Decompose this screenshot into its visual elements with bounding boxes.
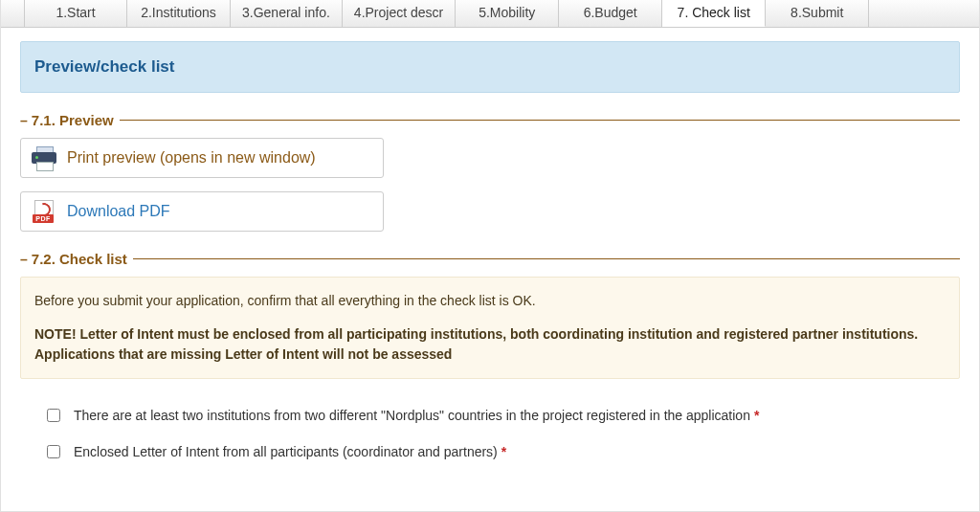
section-header: – 7.2. Check list [20,251,960,267]
tab-institutions[interactable]: 2.Institutions [127,0,231,27]
checklist-item-text: Enclosed Letter of Intent from all parti… [74,444,498,459]
tab-general-info[interactable]: 3.General info. [231,0,343,27]
section-checklist: – 7.2. Check list Before you submit your… [20,251,960,459]
tab-label: 6.Budget [584,5,637,20]
checklist-item: Enclosed Letter of Intent from all parti… [47,444,960,459]
tab-mobility[interactable]: 5.Mobility [456,0,559,27]
tab-label: 2.Institutions [141,5,216,20]
tab-bar: 1.Start 2.Institutions 3.General info. 4… [1,0,979,28]
tab-label: 7. Check list [678,5,750,20]
note-bold: NOTE! Letter of Intent must be enclosed … [34,324,946,365]
section-divider [120,120,960,121]
print-preview-label: Print preview (opens in new window) [67,149,316,167]
tab-start[interactable]: 1.Start [24,0,127,27]
section-divider [133,258,960,259]
section-header: – 7.1. Preview [20,112,960,128]
required-marker: * [501,444,506,459]
printer-icon [31,146,57,169]
note-intro: Before you submit your application, conf… [34,293,536,308]
checklist-note: Before you submit your application, conf… [20,277,960,379]
section-dash: – [20,252,28,267]
tab-label: 8.Submit [791,5,843,20]
pdf-icon: PDF [31,200,57,223]
tab-label: 3.General info. [242,5,330,20]
checklist-checkbox[interactable] [47,409,60,422]
section-title: 7.1. Preview [32,112,114,128]
checklist-item: There are at least two institutions from… [47,408,960,423]
tab-label: 1.Start [56,5,95,20]
checklist-checkbox[interactable] [47,445,60,458]
checklist-item-text: There are at least two institutions from… [74,408,750,423]
print-preview-button[interactable]: Print preview (opens in new window) [20,138,384,178]
download-pdf-label: Download PDF [67,203,170,220]
tab-label: 5.Mobility [479,5,535,20]
tab-label: 4.Project descr [354,5,443,20]
page-title: Preview/check list [34,57,174,76]
tab-submit[interactable]: 8.Submit [766,0,869,27]
section-title: 7.2. Check list [32,251,127,267]
page-root: 1.Start 2.Institutions 3.General info. 4… [0,0,980,512]
section-dash: – [20,113,28,128]
tab-budget[interactable]: 6.Budget [559,0,662,27]
checklist-items: There are at least two institutions from… [20,379,960,459]
page-title-banner: Preview/check list [20,41,960,93]
pdf-icon-tag: PDF [33,214,54,223]
required-marker: * [754,408,759,423]
content-area: Preview/check list – 7.1. Preview Print … [1,28,979,479]
tab-check-list[interactable]: 7. Check list [662,0,766,27]
download-pdf-button[interactable]: PDF Download PDF [20,191,384,232]
tab-project-descr[interactable]: 4.Project descr [343,0,456,27]
section-preview: – 7.1. Preview Print preview (opens in n… [20,112,960,232]
